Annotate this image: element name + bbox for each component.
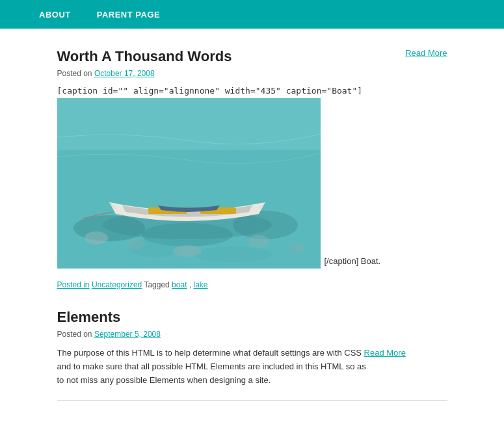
post-footer: Posted in Uncategorized Tagged boat , la… [57, 280, 447, 289]
read-more-link-post1[interactable]: Read More [405, 48, 447, 58]
excerpt-text-part1: The purpose of this HTML is to help dete… [57, 348, 364, 358]
svg-point-9 [248, 235, 269, 248]
post-header-row: Worth A Thousand Words Posted on October… [57, 48, 447, 274]
post-date-link-2[interactable]: September 5, 2008 [94, 330, 161, 339]
caption-close-text: [/caption] Boat. [325, 256, 381, 266]
caption-open-text: [caption id="" align="alignnone" width="… [57, 86, 393, 96]
post-date-link[interactable]: October 17, 2008 [94, 69, 155, 78]
read-more-inline-link[interactable]: Read More [364, 348, 406, 358]
tagged-label: Tagged [144, 280, 172, 289]
excerpt-text-part3: to not miss any possible Elements when d… [57, 375, 271, 385]
posted-on-label: Posted on [57, 69, 92, 78]
nav-item-parent-page[interactable]: PARENT PAGE [97, 10, 160, 20]
post-title-2: Elements [57, 309, 447, 326]
category-link[interactable]: Uncategorized [92, 280, 142, 289]
nav-item-about[interactable]: ABOUT [39, 10, 71, 20]
post-image-wrapper: [/caption] Boat. [57, 98, 393, 269]
post-elements: Elements Posted on September 5, 2008 The… [57, 309, 447, 401]
excerpt-text-part2: and to make sure that all possible HTML … [57, 362, 366, 371]
svg-point-8 [173, 245, 202, 257]
svg-point-7 [126, 239, 144, 250]
svg-point-6 [85, 231, 108, 244]
post-meta-2: Posted on September 5, 2008 [57, 330, 447, 339]
post-excerpt-2: The purpose of this HTML is to help dete… [57, 347, 447, 387]
post-meta: Posted on October 17, 2008 [57, 69, 393, 78]
tag-lake-link[interactable]: lake [193, 280, 207, 289]
main-content: Worth A Thousand Words Posted on October… [18, 29, 486, 440]
post-title: Worth A Thousand Words [57, 48, 393, 65]
post-worth-a-thousand-words: Worth A Thousand Words Posted on October… [57, 48, 447, 289]
post-divider [57, 400, 447, 401]
main-nav: ABOUT PARENT PAGE [0, 0, 504, 29]
svg-point-10 [290, 243, 306, 253]
posted-on-label-2: Posted on [57, 330, 92, 339]
post-boat-image [57, 98, 321, 269]
tag-boat-link[interactable]: boat [172, 280, 187, 289]
posted-in-link[interactable]: Posted in [57, 280, 90, 289]
post-main-content: Worth A Thousand Words Posted on October… [57, 48, 393, 274]
svg-point-5 [194, 246, 272, 262]
svg-rect-14 [57, 98, 321, 150]
